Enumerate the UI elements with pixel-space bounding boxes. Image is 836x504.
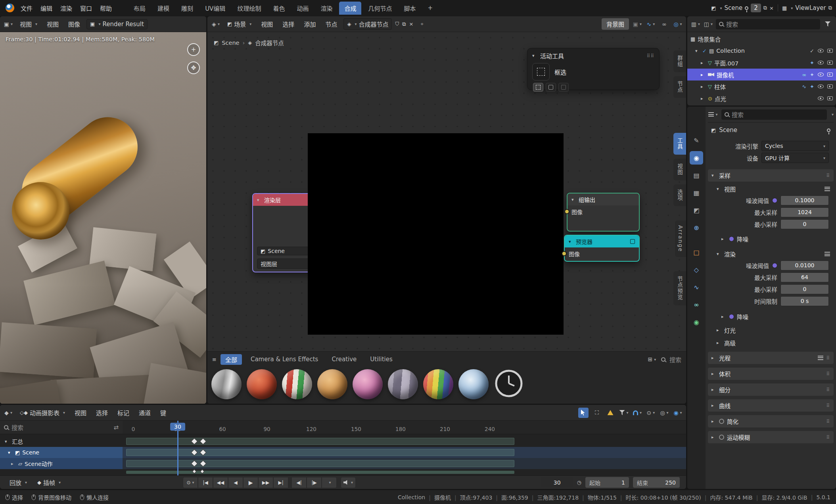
- editor-type-dopesheet-icon[interactable]: ◆▾: [3, 408, 13, 418]
- step-back-button[interactable]: ◀|: [291, 477, 307, 488]
- playhead-frame-badge[interactable]: 30: [170, 423, 185, 431]
- vp-max-samples-field[interactable]: 1024: [780, 207, 829, 217]
- proportional-edit-icon[interactable]: ◎▾: [659, 408, 669, 418]
- workspace-tab-layout[interactable]: 布局: [128, 2, 151, 15]
- device-dropdown[interactable]: GPU 计算▾: [761, 153, 829, 163]
- select-mode-extend-icon[interactable]: [546, 83, 556, 92]
- r-noise-threshold-checkbox[interactable]: [772, 263, 777, 268]
- filter-icon[interactable]: ▾: [619, 408, 629, 418]
- tweak-tool-icon[interactable]: [578, 408, 589, 418]
- tab-physics-properties[interactable]: ∿: [690, 280, 703, 294]
- asset-thumbnail[interactable]: [458, 369, 489, 399]
- playback-popover[interactable]: 回放▾: [6, 477, 30, 488]
- channel-search-input[interactable]: 搜索: [12, 423, 23, 431]
- render-visibility-icon[interactable]: [827, 61, 833, 65]
- panel-grip-icon[interactable]: ⠿: [826, 355, 830, 361]
- menu-edit[interactable]: 编辑: [37, 2, 56, 14]
- expand-collapse-icon[interactable]: ⇄: [113, 424, 119, 431]
- tab-view[interactable]: 视图: [673, 159, 686, 180]
- simplify-checkbox[interactable]: [719, 419, 724, 424]
- properties-editor-icon[interactable]: ▾: [708, 109, 718, 120]
- channel-summary[interactable]: ▾汇总: [0, 436, 123, 447]
- tab-render-properties[interactable]: ◉: [690, 151, 703, 165]
- asset-thumbnail[interactable]: [353, 369, 383, 399]
- scene-users-badge[interactable]: 2: [751, 4, 761, 12]
- asset-thumbnail[interactable]: [388, 369, 418, 399]
- new-scene-icon[interactable]: ⧉: [763, 5, 767, 11]
- node-viewer[interactable]: ▾预览器 图像: [564, 235, 640, 262]
- outliner-search-input[interactable]: 搜索: [716, 19, 820, 29]
- denoise-checkbox[interactable]: [729, 314, 734, 319]
- modifier-wrench-icon[interactable]: ✦: [810, 60, 814, 66]
- time-limit-field[interactable]: 0 s: [780, 296, 829, 306]
- vp-noise-threshold-field[interactable]: 0.1000: [780, 195, 829, 205]
- clock-asset-icon[interactable]: [494, 368, 524, 400]
- shelf-tab-all[interactable]: 全部: [221, 354, 242, 365]
- auto-keying-button[interactable]: ⊙▾: [183, 477, 198, 488]
- keying-popover[interactable]: ◆插帧▾: [34, 477, 64, 488]
- tab-scene-properties[interactable]: ◩: [690, 203, 703, 217]
- render-engine-dropdown[interactable]: Cycles▾: [761, 141, 829, 151]
- outliner-row-plane007[interactable]: ▸ ▽ 平面.007 ✦: [687, 57, 836, 69]
- node-menu-view[interactable]: 视图: [258, 18, 276, 30]
- tab-node-previews[interactable]: 节点预览: [673, 271, 686, 305]
- backdrop-toggle-button[interactable]: 背景图: [602, 18, 629, 30]
- exclude-checkbox[interactable]: ✓: [810, 48, 814, 54]
- image-input-socket[interactable]: [564, 209, 569, 214]
- panel-subdivision[interactable]: ▸细分 ⠿: [708, 383, 834, 396]
- pan-hand-icon[interactable]: ✥: [187, 61, 200, 74]
- menu-render[interactable]: 渲染: [57, 2, 75, 14]
- hide-eye-icon[interactable]: [818, 96, 824, 100]
- box-select-tool-icon[interactable]: [532, 63, 550, 80]
- workspace-tab-modeling[interactable]: 建模: [152, 2, 174, 15]
- tab-tool[interactable]: 工具: [673, 133, 686, 155]
- node-menu-select[interactable]: 选择: [279, 18, 297, 30]
- workspace-tab-animation[interactable]: 动画: [291, 2, 314, 15]
- render-visibility-icon[interactable]: [827, 84, 833, 88]
- tab-constraint-properties[interactable]: ∞: [690, 298, 703, 311]
- add-workspace-button[interactable]: +: [422, 2, 438, 14]
- outliner-row-scene-collection[interactable]: ▦ 场景集合: [687, 33, 836, 45]
- workspace-tab-scripting[interactable]: 脚本: [399, 2, 421, 15]
- jump-to-start-button[interactable]: |◀: [198, 477, 213, 488]
- panel-grip-icon[interactable]: ⠿: [826, 173, 830, 178]
- panel-motion-blur[interactable]: ▸运动模糊 ⠿: [708, 431, 834, 443]
- new-viewlayer-icon[interactable]: ⧉: [828, 5, 832, 11]
- asset-thumbnail[interactable]: [282, 369, 312, 399]
- next-keyframe-button[interactable]: ▶▶: [258, 477, 273, 488]
- unlink-scene-icon[interactable]: ×: [769, 5, 774, 11]
- sync-dropdown[interactable]: ▾: [322, 477, 337, 488]
- viewer-shortcut-icon[interactable]: [630, 239, 635, 244]
- play-reverse-button[interactable]: ◀: [228, 477, 243, 488]
- outliner-filter-icon[interactable]: [823, 19, 833, 29]
- tab-output-properties[interactable]: ▤: [690, 169, 703, 182]
- audio-button[interactable]: ▾: [341, 477, 356, 488]
- motion-blur-checkbox[interactable]: [719, 435, 724, 440]
- channel-region[interactable]: ▾汇总 ▾◩Scene ▸▱Scene动作: [0, 434, 686, 475]
- modifier-wrench-icon[interactable]: ✦: [810, 84, 814, 90]
- ds-menu-key[interactable]: 键: [157, 407, 169, 418]
- properties-search-input[interactable]: 搜索: [721, 109, 827, 120]
- pin-tree-icon[interactable]: ⌖: [420, 21, 423, 27]
- menu-window[interactable]: 窗口: [77, 2, 95, 14]
- backdrop-image-icon[interactable]: ▣▾: [632, 19, 642, 29]
- unlink-tree-icon[interactable]: ×: [409, 21, 414, 27]
- subpanel-lights[interactable]: ▸灯光: [708, 324, 834, 335]
- tab-modifier-properties[interactable]: ◇: [690, 263, 703, 276]
- properties-filter-caret[interactable]: ▾: [832, 112, 834, 117]
- subpanel-render-denoise[interactable]: ▸降噪: [708, 311, 834, 322]
- animation-icon[interactable]: ✦: [810, 72, 814, 78]
- vp-min-samples-field[interactable]: 0: [780, 219, 829, 229]
- tab-group[interactable]: 群组: [673, 50, 686, 72]
- tab-options[interactable]: 选项: [673, 184, 686, 206]
- channel-scene-action[interactable]: ▸▱Scene动作: [0, 458, 123, 469]
- denoise-checkbox[interactable]: [729, 236, 734, 241]
- viewlayer-name[interactable]: ViewLayer: [795, 4, 826, 11]
- scene-name[interactable]: Scene: [724, 4, 742, 11]
- panel-light-paths[interactable]: ▸光程 ⠿: [708, 352, 834, 364]
- prev-keyframe-button[interactable]: ◀◀: [213, 477, 228, 488]
- editor-type-compositor-icon[interactable]: ◈▾: [211, 19, 221, 29]
- preset-sliders-icon[interactable]: [824, 187, 830, 191]
- workspace-tab-rendering[interactable]: 渲染: [315, 2, 337, 15]
- panel-simplify[interactable]: ▸简化 ⠿: [708, 415, 834, 427]
